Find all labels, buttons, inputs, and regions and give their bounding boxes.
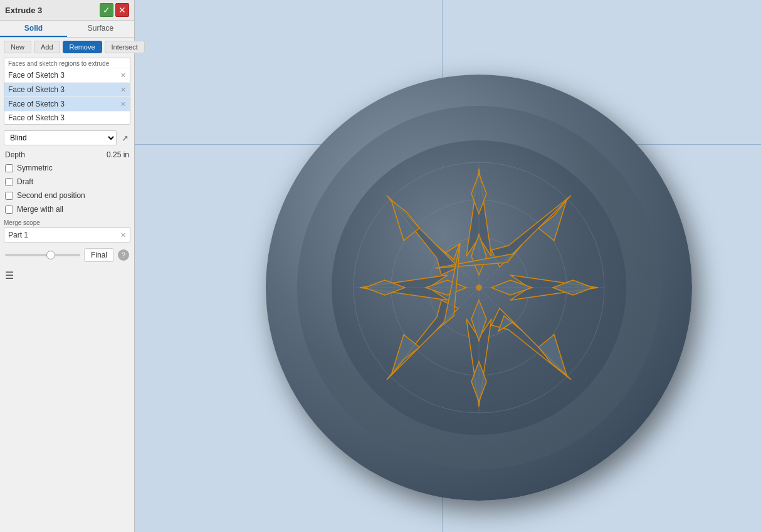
sketch-list: Faces and sketch regions to extrude Face… <box>4 58 130 125</box>
3d-viewport[interactable] <box>135 0 761 532</box>
merge-all-label: Merge with all <box>17 205 63 214</box>
draft-checkbox[interactable] <box>5 178 13 186</box>
confirm-button[interactable]: ✓ <box>100 3 113 17</box>
depth-row: Depth 0.25 in <box>0 149 134 161</box>
sketch-item-label: Face of Sketch 3 <box>8 100 65 108</box>
list-item[interactable]: Face of Sketch 3 ✕ <box>4 97 130 112</box>
sketch-pattern-svg <box>322 131 636 444</box>
op-tab-add[interactable]: Add <box>34 41 60 53</box>
header-buttons: ✓ ✕ <box>100 3 129 17</box>
merge-scope-container: Merge scope Part 1 ✕ <box>4 219 130 243</box>
sketch-item-label: Face of Sketch 3 <box>8 71 65 80</box>
merge-scope-close-icon[interactable]: ✕ <box>120 231 126 239</box>
merge-all-checkbox[interactable] <box>5 206 13 214</box>
symmetric-label: Symmetric <box>17 164 53 172</box>
list-icon[interactable]: ☰ <box>5 269 14 281</box>
depth-value[interactable]: 0.25 in <box>107 150 129 159</box>
second-end-row[interactable]: Second end position <box>0 189 134 202</box>
op-tab-intersect[interactable]: Intersect <box>105 41 145 53</box>
second-end-label: Second end position <box>17 191 85 200</box>
merge-scope-label: Merge scope <box>4 219 130 226</box>
remove-sketch-icon[interactable]: ✕ <box>120 71 126 80</box>
sketch-item-label: Face of Sketch 3 <box>8 85 65 94</box>
list-item[interactable]: Face of Sketch 3 ✕ <box>4 68 130 83</box>
tab-surface[interactable]: Surface <box>67 21 134 37</box>
panel-header: Extrude 3 ✓ ✕ <box>0 0 134 21</box>
panel-title: Extrude 3 <box>5 6 42 15</box>
operation-tabs: New Add Remove Intersect <box>0 38 134 55</box>
draft-label: Draft <box>17 177 33 186</box>
svg-point-31 <box>476 284 482 291</box>
list-item[interactable]: Face of Sketch 3 ✕ <box>4 83 130 97</box>
blind-dropdown[interactable]: Blind Symmetric To Entity <box>4 130 117 145</box>
second-end-checkbox[interactable] <box>5 192 13 200</box>
solid-surface-tabs: Solid Surface <box>0 21 134 38</box>
svg-marker-16 <box>391 335 419 375</box>
extrude-panel: Extrude 3 ✓ ✕ Solid Surface New Add Remo… <box>0 0 135 532</box>
close-icon: ✕ <box>118 5 126 15</box>
slider-thumb[interactable] <box>46 251 55 259</box>
op-tab-new[interactable]: New <box>4 41 31 53</box>
bottom-icon-row: ☰ <box>0 266 134 285</box>
3d-shape <box>266 75 692 501</box>
draft-row[interactable]: Draft <box>0 175 134 189</box>
remove-sketch-icon[interactable]: ✕ <box>120 100 126 108</box>
cancel-button[interactable]: ✕ <box>115 3 129 17</box>
flip-direction-icon[interactable]: ↗ <box>119 132 130 143</box>
merge-scope-field[interactable]: Part 1 ✕ <box>4 227 130 243</box>
final-button[interactable]: Final <box>84 248 114 262</box>
check-icon: ✓ <box>103 5 110 15</box>
blind-dropdown-row: Blind Symmetric To Entity ↗ <box>0 127 134 149</box>
symmetric-row[interactable]: Symmetric <box>0 161 134 175</box>
slider-row: Final ? <box>0 244 134 266</box>
svg-marker-17 <box>391 200 419 241</box>
help-button[interactable]: ? <box>118 249 129 261</box>
tab-solid[interactable]: Solid <box>0 21 67 37</box>
list-item-partial: Face of Sketch 3 <box>4 112 130 124</box>
merge-scope-value: Part 1 <box>8 231 28 239</box>
sketch-list-label: Faces and sketch regions to extrude <box>4 58 130 68</box>
merge-all-row[interactable]: Merge with all <box>0 202 134 216</box>
op-tab-remove[interactable]: Remove <box>63 41 102 53</box>
symmetric-checkbox[interactable] <box>5 164 13 172</box>
remove-sketch-icon[interactable]: ✕ <box>120 86 126 94</box>
depth-label: Depth <box>5 150 25 159</box>
timeline-slider[interactable] <box>5 254 80 256</box>
